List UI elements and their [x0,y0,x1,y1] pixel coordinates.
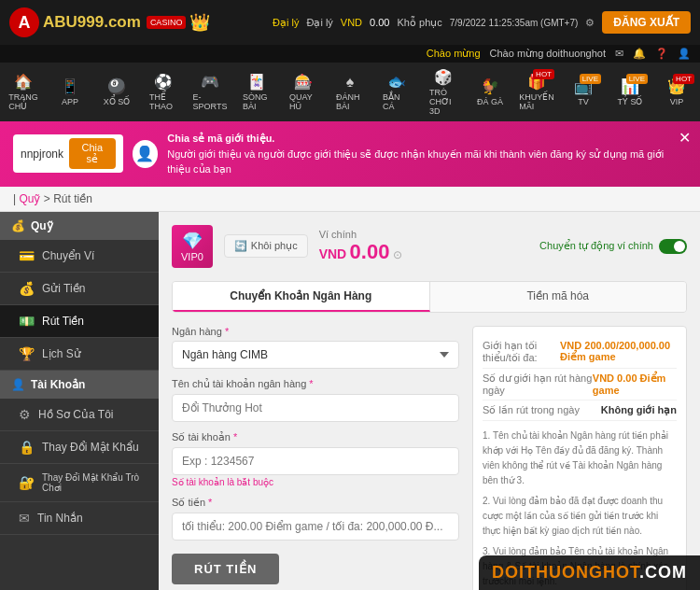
amount-input[interactable] [172,513,459,541]
bank-row: Ngân hàng * Ngân hàng CIMB Vietcombank T… [172,326,459,369]
nav-danhbai[interactable]: ♠ ĐÁNH BÀI [327,68,373,117]
nav-khuyenmai[interactable]: HOT 🎁 KHUYẾN MÃI [513,67,560,117]
user-icon[interactable]: 👤 [678,48,691,60]
wallet-info: Ví chính VND 0.00 ⊙ [319,229,402,264]
casino-badge: CASINO [147,16,187,29]
amount-label: Số tiền * [172,497,459,509]
nav-tyso[interactable]: LIVE 📊 TỶ SỐ [607,72,653,112]
hot-badge: HOT [533,69,554,79]
nav-quayhu-label: QUAY HŨ [289,92,317,111]
bank-label-text: Ngân hàng [172,326,222,337]
sidebar-gui-tien-label: Gửi Tiền [42,282,85,295]
vnd-label: VND [341,17,362,28]
nav-trochoi3d[interactable]: 🎲 TRÒ CHƠI 3D [420,63,467,121]
dai-ly-label: Đại lý [306,17,332,29]
nav-khuyenmai-label: KHUYẾN MÃI [519,92,554,111]
sidebar-item-rut-tien[interactable]: 💵 Rút Tiền [0,305,159,338]
form-left: Ngân hàng * Ngân hàng CIMB Vietcombank T… [172,326,459,591]
account-number-label: Số tài khoản * [172,431,459,443]
watermark-domain: .COM [639,563,687,582]
promo-avatar-icon: 👤 [133,140,159,168]
sidebar-item-gui-tien[interactable]: 💰 Gửi Tiền [0,273,159,305]
submit-button[interactable]: RÚT TIỀN [172,554,279,584]
sidebar-quy-title: 💰 Quỹ [0,212,159,240]
nav-esports-label: E-SPORTS [193,92,228,111]
sidebar-item-mat-khau-tc[interactable]: 🔐 Thay Đổi Mật Khẩu Trò Chơi [0,464,159,502]
sidebar-item-ho-so[interactable]: ⚙ Hồ Sơ Của Tôi [0,399,159,431]
account-error: Số tài khoản là bắt buộc [172,477,459,487]
sidebar-ho-so-label: Hồ Sơ Của Tôi [38,408,113,421]
nav-songbai-label: SÒNG BÀI [243,92,271,111]
dai-ly-link[interactable]: Đại lý [273,17,299,29]
sidebar-taikhoan-label: Tài Khoản [31,378,85,391]
watermark-text: DOITHUONGHOT.COM [492,563,687,582]
nav-app[interactable]: 📱 APP [47,72,93,112]
hot-badge2: HOT [673,74,694,84]
help-icon[interactable]: ❓ [655,48,668,60]
logout-button[interactable]: ĐĂNG XUẤT [602,11,691,34]
promo-line1: Chia sẻ mã giới thiệu. [167,131,687,147]
auto-wallet: Chuyển tự động ví chính [539,239,687,254]
account-name-label-text: Tên chủ tài khoản ngân hàng [172,378,306,389]
nav-quayhu[interactable]: 🎰 QUAY HŨ [280,67,327,117]
logo-icon: A [9,7,39,37]
account-name-input[interactable] [172,394,459,422]
mail-icon[interactable]: ✉ [615,48,623,60]
promo-code: nnpjronk [21,148,63,161]
settings-icon[interactable]: ⚙ [585,17,595,29]
nav-vip[interactable]: HOT 👑 VIP [653,72,700,112]
home-icon: 🏠 [14,73,33,91]
nav-thethao[interactable]: ⚽ THỂ THAO [140,67,187,117]
sidebar-item-mat-khau[interactable]: 🔒 Thay Đổi Mật Khẩu [0,431,159,464]
info-note-1: 2. Vui lòng đảm bảo đã đạt được doanh th… [483,494,677,539]
nav-songbai[interactable]: 🃏 SÒNG BÀI [233,67,280,117]
account-name-required: * [309,378,313,389]
wallet-amount-row: VND 0.00 ⊙ [319,240,402,264]
wallet-currency: VND [319,246,347,261]
sidebar-item-chuyen-vi[interactable]: 💳 Chuyển Ví [0,240,159,273]
form-layout: Ngân hàng * Ngân hàng CIMB Vietcombank T… [172,326,687,591]
account-number-row: Số tài khoản * Số tài khoản là bắt buộc [172,431,459,487]
sidebar-item-lich-su[interactable]: 🏆 Lịch Sử [0,338,159,371]
share-button[interactable]: Chia sẻ [69,138,116,169]
history-icon: 🏆 [19,346,35,361]
promo-text: Chia sẻ mã giới thiệu. Người giới thiệu … [167,131,687,177]
live-badge: LIVE [580,74,601,84]
nav-xoso[interactable]: 🎱 XỔ SỐ [93,72,140,112]
sidebar-item-tin-nhan[interactable]: ✉ Tin Nhắn [0,502,159,535]
cock-icon: 🐓 [481,77,499,95]
nav-daga[interactable]: 🐓 ĐÁ GÀ [467,72,513,112]
nav-trochoi3d-label: TRÒ CHƠI 3D [429,88,457,116]
nav-banca[interactable]: 🐟 BẮN CÁ [373,67,420,117]
tab-chuyen-khoan-label: Chuyển Khoản Ngân Hàng [230,289,371,302]
nav-esports[interactable]: 🎮 E-SPORTS [187,67,233,117]
nav-trang-chu[interactable]: 🏠 TRANG CHỦ [0,67,47,117]
bell-icon[interactable]: 🔔 [633,48,646,60]
tab-chuyen-khoan[interactable]: Chuyển Khoản Ngân Hàng [173,282,430,312]
info-row-2: Số lần rút trong ngày Không giới hạn [483,400,677,421]
logo-a-text: A [19,13,31,33]
nav-daga-label: ĐÁ GÀ [477,97,503,106]
tab-tien-ma-hoa[interactable]: Tiền mã hóa [430,282,687,312]
breadcrumb-quy[interactable]: Quỹ [19,192,40,205]
nav-trang-chu-label: TRANG CHỦ [8,92,38,111]
restore-button[interactable]: 🔄 Khôi phục [224,234,308,258]
sidebar-mat-khau-label: Thay Đổi Mật Khẩu [42,441,139,454]
nav-tyso-label: TỶ SỐ [617,97,642,106]
nav-danhbai-label: ĐÁNH BÀI [336,92,364,111]
bank-select[interactable]: Ngân hàng CIMB Vietcombank Techcombank B… [172,341,459,369]
account-section-icon: 👤 [11,378,25,391]
withdraw-icon: 💵 [19,314,35,329]
bank-label: Ngân hàng * [172,326,459,337]
promo-code-box: nnpjronk Chia sẻ [13,134,123,173]
nav-tv[interactable]: LIVE 📺 TV [560,72,607,112]
restore-icon: 🔄 [234,240,247,252]
promo-close-button[interactable]: ✕ [679,129,691,147]
account-name-label: Tên chủ tài khoản ngân hàng * [172,378,459,390]
info-key-2: Số lần rút trong ngày [483,404,580,416]
auto-wallet-label: Chuyển tự động ví chính [539,240,653,252]
kh-phuc[interactable]: Khỗ phục [398,17,442,29]
account-number-input[interactable] [172,447,459,475]
auto-wallet-toggle[interactable] [659,239,687,254]
lottery-icon: 🎱 [107,77,126,95]
